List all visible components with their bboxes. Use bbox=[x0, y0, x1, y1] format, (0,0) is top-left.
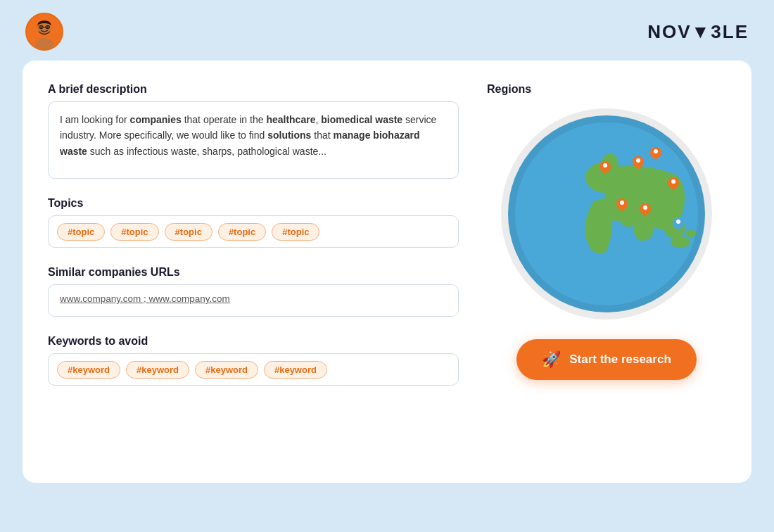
svg-point-11 bbox=[671, 236, 690, 248]
globe-container[interactable] bbox=[501, 108, 712, 319]
svg-point-23 bbox=[671, 179, 675, 184]
right-column: Regions bbox=[487, 83, 726, 457]
description-box[interactable]: I am looking for companies that operate … bbox=[48, 101, 459, 179]
left-column: A brief description I am looking for com… bbox=[48, 83, 459, 457]
description-section: A brief description I am looking for com… bbox=[48, 83, 459, 179]
topics-input[interactable]: #topic #topic #topic #topic #topic bbox=[48, 215, 459, 248]
header: NOV▼3LE bbox=[0, 0, 774, 61]
description-label: A brief description bbox=[48, 83, 459, 96]
urls-label: Similar companies URLs bbox=[48, 266, 459, 279]
urls-input[interactable]: www.company.com ; www.company.com bbox=[48, 284, 459, 317]
svg-point-15 bbox=[636, 158, 640, 163]
keyword-tag-3[interactable]: #keyword bbox=[195, 361, 258, 379]
keyword-tag-2[interactable]: #keyword bbox=[126, 361, 189, 379]
topic-tag-4[interactable]: #topic bbox=[218, 223, 266, 241]
keywords-label: Keywords to avoid bbox=[48, 335, 459, 348]
svg-point-27 bbox=[654, 149, 658, 153]
svg-point-17 bbox=[603, 163, 607, 167]
keyword-tag-4[interactable]: #keyword bbox=[264, 361, 327, 379]
svg-point-12 bbox=[685, 230, 697, 237]
topics-section: Topics #topic #topic #topic #topic #topi… bbox=[48, 197, 459, 248]
svg-point-3 bbox=[40, 26, 42, 28]
topic-tag-2[interactable]: #topic bbox=[110, 223, 158, 241]
topic-tag-3[interactable]: #topic bbox=[165, 223, 212, 241]
svg-point-19 bbox=[620, 201, 624, 205]
keywords-input[interactable]: #keyword #keyword #keyword #keyword bbox=[48, 353, 459, 386]
urls-section: Similar companies URLs www.company.com ;… bbox=[48, 266, 459, 317]
keyword-tag-1[interactable]: #keyword bbox=[57, 361, 120, 379]
topic-tag-1[interactable]: #topic bbox=[57, 223, 105, 241]
keywords-section: Keywords to avoid #keyword #keyword #key… bbox=[48, 335, 459, 386]
svg-point-2 bbox=[35, 37, 53, 51]
start-research-label: Start the research bbox=[569, 353, 671, 367]
avatar[interactable] bbox=[25, 13, 63, 51]
topic-tag-5[interactable]: #topic bbox=[272, 223, 319, 241]
svg-point-21 bbox=[643, 205, 647, 210]
svg-point-4 bbox=[46, 26, 49, 28]
main-card: A brief description I am looking for com… bbox=[23, 61, 751, 483]
svg-point-25 bbox=[676, 220, 680, 224]
topics-label: Topics bbox=[48, 197, 459, 210]
logo-text: NOV▼3LE bbox=[647, 21, 749, 43]
start-research-button[interactable]: 🚀 Start the research bbox=[516, 339, 697, 380]
rocket-icon: 🚀 bbox=[542, 350, 561, 369]
regions-label: Regions bbox=[487, 83, 531, 96]
